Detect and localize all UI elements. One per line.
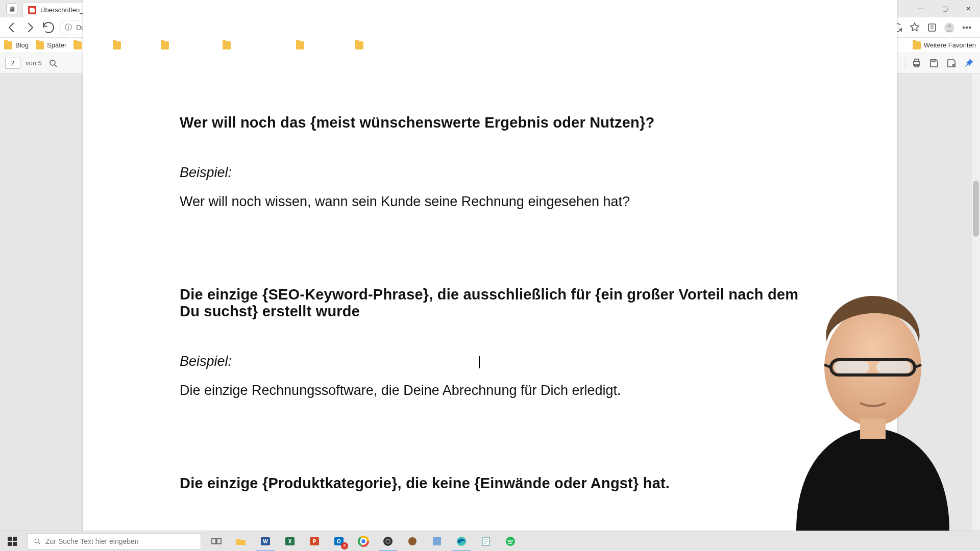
start-button[interactable] bbox=[0, 531, 24, 552]
svg-rect-24 bbox=[217, 539, 221, 544]
doc-example-text: Die einzige Rechnungssoftware, die Deine… bbox=[180, 383, 800, 398]
word-button[interactable]: W bbox=[253, 531, 278, 552]
file-info-icon: ⓘ bbox=[65, 23, 72, 32]
pdf-favicon-icon bbox=[28, 6, 36, 14]
taskbar: Zur Suche Text hier eingeben W X P O 8 bbox=[0, 531, 980, 551]
svg-rect-20 bbox=[876, 361, 911, 373]
collections-icon[interactable] bbox=[926, 21, 938, 34]
bookmark-label: Weitere Favoriten bbox=[924, 41, 976, 49]
svg-point-37 bbox=[361, 539, 365, 543]
doc-example-label: Beispiel: bbox=[180, 165, 800, 181]
svg-point-7 bbox=[50, 60, 55, 65]
bookmark-label: Später bbox=[47, 41, 66, 49]
windows-logo-icon bbox=[8, 537, 17, 546]
folder-icon bbox=[355, 41, 363, 49]
window-close-button[interactable]: ✕ bbox=[957, 0, 980, 17]
page-count-label: von 5 bbox=[26, 59, 42, 67]
excel-button[interactable]: X bbox=[278, 531, 302, 552]
menu-icon[interactable] bbox=[961, 21, 973, 34]
tab-actions-icon[interactable]: ▦ bbox=[6, 3, 17, 14]
spotify-button[interactable] bbox=[498, 531, 523, 552]
svg-point-22 bbox=[35, 539, 39, 543]
svg-rect-23 bbox=[212, 539, 216, 544]
chrome-button[interactable] bbox=[351, 531, 376, 552]
app-button-2[interactable] bbox=[425, 531, 449, 552]
doc-heading: Die einzige {SEO-Keyword-Phrase}, die au… bbox=[180, 286, 800, 320]
print-icon[interactable] bbox=[911, 57, 923, 69]
svg-point-4 bbox=[963, 27, 965, 28]
folder-icon bbox=[113, 41, 121, 49]
svg-point-3 bbox=[948, 24, 951, 28]
nav-back-button[interactable] bbox=[4, 20, 19, 35]
svg-rect-14 bbox=[932, 60, 935, 62]
profile-icon[interactable] bbox=[943, 21, 955, 34]
pin-toolbar-icon[interactable] bbox=[963, 57, 975, 69]
page-number-input[interactable] bbox=[5, 58, 20, 69]
svg-rect-12 bbox=[915, 59, 919, 62]
folder-icon bbox=[36, 41, 44, 49]
outlook-button[interactable]: O 8 bbox=[327, 531, 351, 552]
svg-text:X: X bbox=[288, 539, 292, 544]
doc-example-text: Wer will noch wissen, wann sein Kunde se… bbox=[180, 194, 800, 210]
text-cursor-icon bbox=[479, 356, 480, 368]
bookmark-label: Blog bbox=[15, 41, 29, 49]
outlook-badge: 8 bbox=[341, 542, 348, 549]
save-icon[interactable] bbox=[928, 57, 940, 69]
svg-rect-1 bbox=[928, 24, 936, 31]
search-icon bbox=[33, 537, 41, 545]
svg-point-6 bbox=[969, 27, 971, 28]
favorites-icon[interactable] bbox=[909, 21, 921, 34]
search-placeholder: Zur Suche Text hier eingeben bbox=[45, 537, 139, 545]
bookmark-item[interactable]: Blog bbox=[4, 41, 29, 49]
edge-button[interactable] bbox=[449, 531, 474, 552]
svg-point-38 bbox=[383, 537, 393, 546]
nav-forward-button[interactable] bbox=[22, 20, 38, 35]
find-icon[interactable] bbox=[47, 57, 59, 69]
folder-icon bbox=[74, 41, 82, 49]
bookmark-item[interactable]: Später bbox=[36, 41, 66, 49]
svg-text:O: O bbox=[337, 539, 341, 544]
webcam-overlay bbox=[766, 276, 980, 531]
obs-button[interactable] bbox=[376, 531, 400, 552]
svg-point-40 bbox=[408, 537, 416, 545]
window-maximize-button[interactable]: ▢ bbox=[933, 0, 957, 17]
app-button-1[interactable] bbox=[400, 531, 425, 552]
nav-reload-button[interactable] bbox=[41, 20, 56, 35]
svg-text:W: W bbox=[263, 539, 268, 544]
folder-icon bbox=[913, 41, 921, 49]
svg-text:P: P bbox=[313, 539, 316, 544]
folder-icon bbox=[296, 41, 304, 49]
powerpoint-button[interactable]: P bbox=[302, 531, 327, 552]
svg-rect-41 bbox=[433, 537, 441, 545]
scrollbar-thumb[interactable] bbox=[973, 181, 979, 237]
folder-icon bbox=[161, 41, 169, 49]
notepad-button[interactable] bbox=[474, 531, 498, 552]
doc-heading: Die einzige {Produktkategorie}, die kein… bbox=[180, 475, 800, 492]
doc-heading: Wer will noch das {meist wünschenswerte … bbox=[180, 114, 800, 131]
more-favorites-button[interactable]: Weitere Favoriten bbox=[913, 41, 976, 49]
file-explorer-button[interactable] bbox=[229, 531, 253, 552]
svg-rect-21 bbox=[860, 418, 886, 439]
svg-rect-19 bbox=[835, 361, 869, 373]
svg-point-5 bbox=[966, 27, 968, 28]
doc-example-label: Beispiel: bbox=[180, 354, 800, 369]
task-view-button[interactable] bbox=[204, 531, 229, 552]
toolbar-divider bbox=[905, 58, 905, 69]
folder-icon bbox=[4, 41, 12, 49]
taskbar-search-input[interactable]: Zur Suche Text hier eingeben bbox=[28, 533, 201, 549]
window-minimize-button[interactable]: ― bbox=[910, 0, 933, 17]
folder-icon bbox=[223, 41, 231, 49]
bookmarks-bar: Produktsuche - Mer... Blog Später Lernen… bbox=[0, 38, 980, 53]
save-as-icon[interactable] bbox=[945, 57, 958, 69]
